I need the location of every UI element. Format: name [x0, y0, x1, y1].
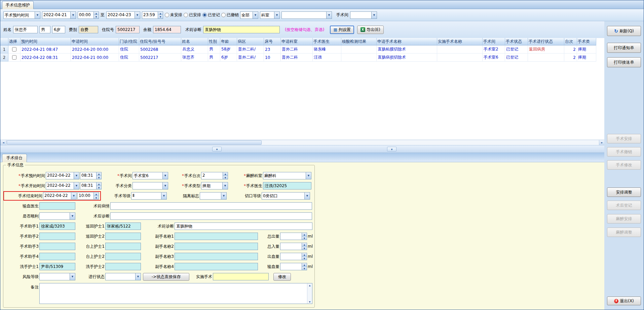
row-select-checkbox[interactable]	[12, 55, 16, 60]
tab-surgery-info-maintenance[interactable]: 手术信息维护	[2, 1, 34, 9]
spin-down-icon[interactable]: ▼	[302, 247, 307, 250]
scrollbar-track[interactable]	[262, 140, 599, 145]
spin-down-icon[interactable]: ▼	[94, 15, 99, 19]
washing-nurse2-field[interactable]	[105, 263, 141, 270]
chevron-down-icon[interactable]: ▼	[274, 12, 279, 19]
smooth-select[interactable]: ▼	[39, 212, 75, 220]
table-row[interactable]: 12022-04-21 08:472022-04-20 00:00住院50022…	[0, 45, 605, 54]
chevron-down-icon[interactable]: ▼	[162, 182, 168, 189]
grid-col-header-9[interactable]: 床号	[264, 38, 281, 45]
bleeding-stepper[interactable]: ▲▼	[280, 253, 307, 260]
grid-col-header-18[interactable]: 台次	[564, 38, 577, 45]
column-settings-button[interactable]: ▦列设置	[330, 26, 354, 34]
spin-down-icon[interactable]: ▼	[302, 237, 307, 240]
row-select-checkbox[interactable]	[12, 47, 16, 51]
spin-up-icon[interactable]: ▲	[302, 233, 307, 237]
circulating-nurse1-field[interactable]: 张家栋/5122	[105, 222, 141, 230]
memo-scrollbar[interactable]: ▲▼	[307, 283, 312, 304]
radio-registered[interactable]: 已登记	[202, 12, 220, 18]
spin-up-icon[interactable]: ▲	[97, 172, 101, 176]
progress-select[interactable]: ▼	[105, 273, 141, 280]
spin-up-icon[interactable]: ▲	[302, 243, 307, 247]
spin-up-icon[interactable]: ▲	[97, 182, 101, 186]
grid-col-header-5[interactable]: 姓名	[181, 38, 208, 45]
spin-up-icon[interactable]: ▲	[94, 12, 99, 15]
spin-down-icon[interactable]: ▼	[158, 15, 163, 19]
transfusion-doctor-field[interactable]	[39, 202, 75, 210]
grid-col-header-1[interactable]: 预约时间	[21, 38, 71, 45]
radio-input[interactable]	[202, 13, 207, 17]
chevron-down-icon[interactable]: ▼	[306, 172, 311, 179]
grid-col-header-13[interactable]: 申请手术名称	[377, 38, 437, 45]
splitter-collapse-icon[interactable]: ▼	[387, 147, 396, 151]
scroll-down-icon[interactable]: ▼	[309, 301, 311, 303]
chevron-down-icon[interactable]: ▼	[70, 12, 76, 19]
implemented-surgery-field[interactable]	[213, 273, 269, 280]
spin-up-icon[interactable]: ▲	[223, 172, 228, 176]
post-diagnosis-field[interactable]	[110, 212, 312, 220]
scroll-right-icon[interactable]: ►	[599, 140, 605, 145]
grid-col-header-19[interactable]: 手术类	[577, 38, 596, 45]
spin-down-icon[interactable]: ▼	[97, 176, 101, 179]
grid-col-header-12[interactable]: 核酸检测结果	[341, 38, 377, 45]
grid-col-header-4[interactable]: 住院号/挂号号	[139, 38, 181, 45]
chevron-down-icon[interactable]: ▼	[326, 12, 332, 19]
chevron-down-icon[interactable]: ▼	[253, 12, 258, 19]
chevron-down-icon[interactable]: ▼	[35, 12, 40, 19]
chevron-down-icon[interactable]: ▼	[161, 193, 166, 199]
assistant1-field[interactable]: 徐家成/3203	[39, 222, 75, 230]
radio-input[interactable]	[221, 13, 226, 17]
grid-col-header-8[interactable]: 病区	[237, 38, 264, 45]
chevron-down-icon[interactable]: ▼	[70, 273, 75, 280]
appointment-date-picker[interactable]: 2022-04-22▼	[46, 172, 79, 179]
radio-input[interactable]	[165, 13, 169, 17]
grid-col-header-10[interactable]: 申请科室	[281, 38, 313, 45]
table-nurse2-field[interactable]	[105, 253, 141, 260]
arrange-adjust-button[interactable]: 安排调整	[607, 187, 641, 197]
circulating-nurse2-field[interactable]	[105, 233, 141, 240]
save-state-button[interactable]: ->状态直接保存	[143, 273, 189, 281]
scroll-left-icon[interactable]: ◄	[1, 140, 6, 145]
radio-input[interactable]	[184, 13, 188, 17]
chevron-down-icon[interactable]: ▼	[70, 213, 75, 219]
scrollbar-thumb[interactable]	[7, 140, 262, 145]
surgery-room-select[interactable]: 手术室6▼	[132, 172, 168, 179]
print-escort-button[interactable]: 打印接送单	[607, 57, 641, 67]
chevron-down-icon[interactable]: ▼	[162, 172, 168, 179]
appointment-time-spinner[interactable]: 08:31▲▼	[80, 172, 102, 179]
grid-col-header-6[interactable]: 性别	[208, 38, 220, 45]
grid-col-header-7[interactable]: 年龄	[220, 38, 237, 45]
start-date-picker[interactable]: 2022-04-22▼	[46, 182, 79, 190]
grid-col-header-0[interactable]: 选择	[8, 38, 21, 45]
assistant2-field[interactable]	[39, 233, 75, 240]
table-nurse1-field[interactable]	[105, 243, 141, 250]
sub-name1-field[interactable]	[175, 233, 258, 240]
chevron-down-icon[interactable]: ▼	[221, 193, 226, 199]
type-select[interactable]: 择期▼	[201, 182, 228, 190]
end-time-spinner[interactable]: 10:00▲▼	[77, 192, 99, 200]
transfusion-vol-stepper[interactable]: ▲▼	[280, 263, 307, 270]
anesthesia-dept-select[interactable]: 麻醉科▼	[263, 172, 311, 179]
sub-name3-field[interactable]	[175, 253, 258, 260]
risk-select[interactable]: ▼	[39, 273, 75, 280]
table-row[interactable]: 22022-04-22 08:312022-04-21 00:00住院50022…	[0, 54, 605, 62]
assistant3-field[interactable]	[39, 243, 75, 250]
surgeon-field[interactable]: 汪强/32025	[263, 182, 311, 190]
chevron-down-icon[interactable]: ▼	[222, 182, 228, 189]
assistant4-field[interactable]	[39, 253, 75, 260]
grid-col-header-2[interactable]: 申请时间	[71, 38, 119, 45]
dept-select[interactable]: 科室▼	[260, 11, 280, 19]
grid-col-header-15[interactable]: 手术间	[483, 38, 505, 45]
spin-down-icon[interactable]: ▼	[223, 176, 228, 179]
pre-diagnosis-field[interactable]: 直肠肿物	[175, 222, 312, 230]
total-in-stepper[interactable]: ▲▼	[280, 243, 307, 250]
time-to-spinner[interactable]: 23:59▲▼	[142, 11, 163, 19]
chevron-down-icon[interactable]: ▼	[135, 273, 141, 280]
start-time-spinner[interactable]: 08:31▲▼	[80, 182, 102, 190]
grid-horizontal-scrollbar[interactable]: ◄ ►	[0, 140, 605, 145]
chevron-down-icon[interactable]: ▼	[74, 172, 79, 179]
isolation-select[interactable]: ▼	[200, 192, 227, 200]
radio-arranged[interactable]: 已安排	[184, 12, 201, 18]
chevron-down-icon[interactable]: ▼	[71, 193, 76, 199]
total-out-stepper[interactable]: ▲▼	[280, 233, 307, 240]
